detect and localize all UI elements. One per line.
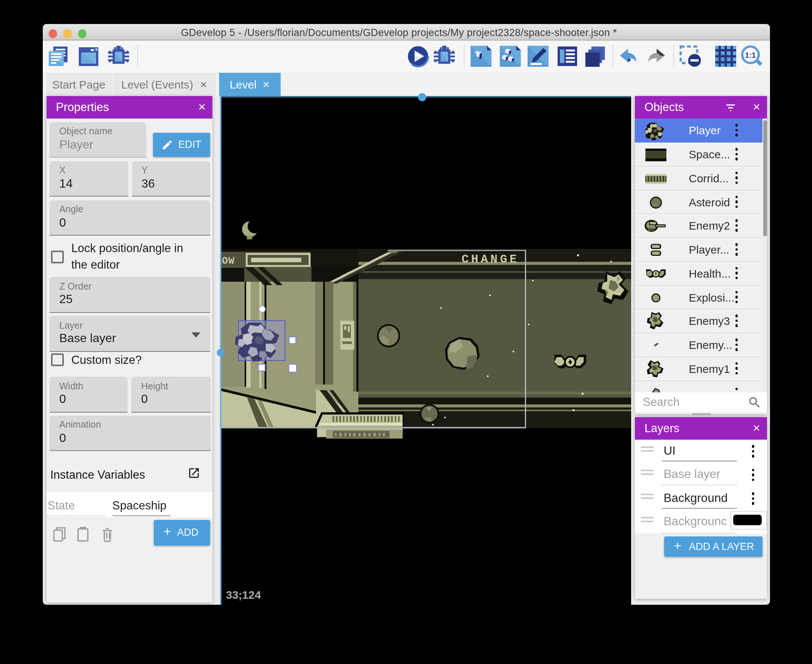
svg-text:POW: POW xyxy=(220,256,235,267)
svg-text:CHANGE: CHANGE xyxy=(462,252,519,266)
svg-text:33;124: 33;124 xyxy=(226,589,261,601)
svg-text:1:1: 1:1 xyxy=(745,51,756,59)
